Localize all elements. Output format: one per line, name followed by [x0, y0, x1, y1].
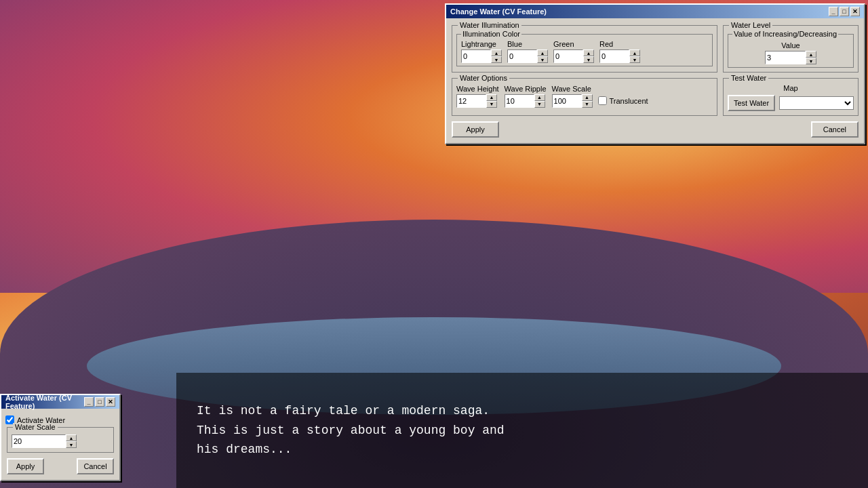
test-water-legend: Test Water	[729, 74, 768, 82]
activate-apply-button[interactable]: Apply	[7, 458, 44, 474]
activate-water-scale-input[interactable]: 20	[12, 434, 66, 448]
water-illumination-group: Water Illumination Illumination Color Li…	[452, 25, 717, 73]
wave-height-input[interactable]: 12	[456, 94, 486, 108]
wave-ripple-down[interactable]: ▼	[534, 101, 545, 108]
red-label: Red	[599, 40, 640, 48]
test-water-button[interactable]: Test Water	[728, 95, 775, 111]
activate-cancel-button[interactable]: Cancel	[77, 458, 114, 474]
red-spinner: 0 ▲ ▼	[599, 49, 640, 63]
water-illumination-legend: Water Illumination	[458, 21, 521, 29]
water-options-legend: Water Options	[458, 74, 509, 82]
test-water-content: Map Test Water	[728, 81, 854, 111]
activate-water-dialog: Activate Water (CV Feature) _ □ ✕ Activa…	[0, 394, 121, 481]
wave-height-field: Wave Height 12 ▲ ▼	[456, 85, 499, 108]
red-up[interactable]: ▲	[629, 49, 640, 56]
maximize-button[interactable]: □	[840, 7, 849, 16]
green-input[interactable]: 0	[553, 49, 583, 63]
wave-height-up[interactable]: ▲	[486, 94, 497, 101]
lightrange-spinner: 0 ▲ ▼	[461, 49, 502, 63]
activate-close-button[interactable]: ✕	[106, 397, 115, 407]
blue-down[interactable]: ▼	[537, 56, 548, 63]
change-water-title: Change Water (CV Feature)	[450, 7, 547, 16]
change-water-cancel-button[interactable]: Cancel	[811, 121, 859, 138]
lightrange-input[interactable]: 0	[461, 49, 491, 63]
lightrange-down[interactable]: ▼	[491, 56, 502, 63]
water-scale-group: Water Scale 20 ▲ ▼	[7, 427, 114, 453]
activate-water-scale-up[interactable]: ▲	[66, 434, 77, 441]
water-scale-legend: Water Scale	[13, 423, 58, 431]
wave-height-spin-buttons: ▲ ▼	[486, 94, 497, 108]
change-water-title-bar: Change Water (CV Feature) _ □ ✕	[446, 5, 864, 18]
wave-ripple-input[interactable]: 10	[505, 94, 534, 108]
water-level-value-label: Value	[781, 41, 800, 49]
water-level-input[interactable]: 3	[765, 51, 806, 64]
activate-water-dialog-buttons: Apply Cancel	[5, 455, 115, 476]
wave-ripple-field: Wave Ripple 10 ▲ ▼	[505, 85, 547, 108]
close-button[interactable]: ✕	[850, 7, 860, 16]
value-increasing-group: Value of Increasing/Decreasing Value 3 ▲…	[728, 34, 854, 68]
value-increasing-legend: Value of Increasing/Decreasing	[732, 30, 838, 38]
activate-water-scale-down[interactable]: ▼	[66, 441, 77, 448]
change-water-dialog: Change Water (CV Feature) _ □ ✕ Water Il…	[445, 3, 865, 144]
red-down[interactable]: ▼	[629, 56, 640, 63]
wave-scale-spin-buttons: ▲ ▼	[582, 94, 593, 108]
water-options-group: Water Options Wave Height 12 ▲ ▼	[452, 78, 717, 116]
wave-scale-down[interactable]: ▼	[582, 101, 593, 108]
lightrange-up[interactable]: ▲	[491, 49, 502, 56]
translucent-checkbox[interactable]	[598, 96, 607, 105]
wave-height-spinner: 12 ▲ ▼	[456, 94, 499, 108]
wave-ripple-spinner: 10 ▲ ▼	[505, 94, 547, 108]
green-down[interactable]: ▼	[583, 56, 594, 63]
lightrange-field: Lightrange 0 ▲ ▼	[461, 40, 502, 63]
translucent-label: Translucent	[610, 97, 648, 105]
activate-water-title-bar: Activate Water (CV Feature) _ □ ✕	[1, 395, 119, 409]
minimize-button[interactable]: _	[829, 7, 838, 16]
green-spinner: 0 ▲ ▼	[553, 49, 594, 63]
story-text-content: It is not a fairy tale or a modern saga.…	[197, 401, 505, 460]
story-line-2: This is just a story about a young boy a…	[197, 424, 505, 437]
wave-scale-input[interactable]: 100	[552, 94, 582, 108]
change-water-body: Water Illumination Illumination Color Li…	[446, 18, 864, 143]
activate-water-body: Activate Water Water Scale 20 ▲ ▼ Apply …	[1, 409, 119, 480]
wave-scale-field: Wave Scale 100 ▲ ▼	[552, 85, 593, 108]
blue-field: Blue 0 ▲ ▼	[507, 40, 548, 63]
change-water-apply-button[interactable]: Apply	[452, 121, 499, 138]
lightrange-spin-buttons: ▲ ▼	[491, 49, 502, 63]
red-field: Red 0 ▲ ▼	[599, 40, 640, 63]
test-water-row: Test Water	[728, 95, 854, 111]
title-bar-buttons: _ □ ✕	[829, 7, 860, 16]
map-label: Map	[783, 84, 797, 92]
blue-input[interactable]: 0	[507, 49, 537, 63]
water-level-legend: Water Level	[729, 21, 772, 29]
story-line-3: his dreams...	[197, 443, 292, 456]
water-level-value-field: Value 3 ▲ ▼	[732, 41, 849, 64]
activate-minimize-button[interactable]: _	[84, 397, 94, 407]
water-level-spinner: 3 ▲ ▼	[765, 51, 816, 64]
wave-ripple-up[interactable]: ▲	[534, 94, 545, 101]
green-field: Green 0 ▲ ▼	[553, 40, 594, 63]
activate-water-scale-spin-buttons: ▲ ▼	[66, 434, 77, 448]
wave-scale-up[interactable]: ▲	[582, 94, 593, 101]
activate-title-bar-buttons: _ □ ✕	[84, 397, 115, 407]
map-select[interactable]	[779, 96, 854, 110]
translucent-checkbox-row: Translucent	[598, 96, 648, 105]
map-label-row: Map	[728, 84, 854, 92]
red-input[interactable]: 0	[599, 49, 629, 63]
water-level-down[interactable]: ▼	[806, 58, 816, 64]
wave-ripple-label: Wave Ripple	[505, 85, 547, 93]
water-level-up[interactable]: ▲	[806, 51, 816, 58]
water-level-spin-buttons: ▲ ▼	[806, 51, 816, 64]
activate-water-scale-spinner: 20 ▲ ▼	[12, 434, 109, 448]
green-up[interactable]: ▲	[583, 49, 594, 56]
wave-scale-spinner: 100 ▲ ▼	[552, 94, 593, 108]
green-label: Green	[553, 40, 594, 48]
blue-up[interactable]: ▲	[537, 49, 548, 56]
wave-ripple-spin-buttons: ▲ ▼	[534, 94, 545, 108]
wave-height-label: Wave Height	[456, 85, 499, 93]
green-spin-buttons: ▲ ▼	[583, 49, 594, 63]
activate-maximize-button[interactable]: □	[95, 397, 104, 407]
top-sections: Water Illumination Illumination Color Li…	[450, 22, 860, 75]
blue-spin-buttons: ▲ ▼	[537, 49, 548, 63]
lightrange-label: Lightrange	[461, 40, 502, 48]
wave-height-down[interactable]: ▼	[486, 101, 497, 108]
